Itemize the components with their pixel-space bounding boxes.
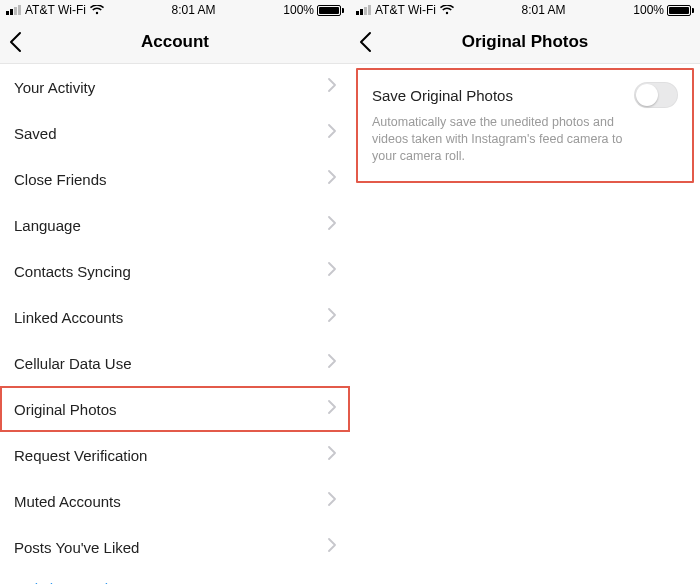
list-item-label: Posts You've Liked (14, 539, 139, 556)
save-original-photos-toggle[interactable] (634, 82, 678, 108)
list-item-cellular-data-use[interactable]: Cellular Data Use (0, 340, 350, 386)
setting-description: Automatically save the unedited photos a… (372, 114, 632, 165)
list-item-your-activity[interactable]: Your Activity (0, 64, 350, 110)
list-item-language[interactable]: Language (0, 202, 350, 248)
chevron-right-icon (328, 78, 336, 96)
list-item-request-verification[interactable]: Request Verification (0, 432, 350, 478)
chevron-right-icon (328, 446, 336, 464)
setting-title: Save Original Photos (372, 87, 513, 104)
list-item-label: Close Friends (14, 171, 107, 188)
carrier-label: AT&T Wi-Fi (375, 3, 436, 17)
list-item-label: Cellular Data Use (14, 355, 132, 372)
chevron-right-icon (328, 400, 336, 418)
account-list: Your ActivitySavedClose FriendsLanguageC… (0, 64, 350, 584)
page-title: Original Photos (462, 32, 589, 52)
clock-label: 8:01 AM (172, 3, 216, 17)
list-item-label: Request Verification (14, 447, 147, 464)
list-item-original-photos[interactable]: Original Photos (0, 386, 350, 432)
list-item-contacts-syncing[interactable]: Contacts Syncing (0, 248, 350, 294)
switch-business-account-link[interactable]: Switch to Business Account (0, 570, 350, 584)
battery-icon (667, 5, 694, 16)
chevron-right-icon (328, 308, 336, 326)
clock-label: 8:01 AM (522, 3, 566, 17)
save-original-photos-row: Save Original Photos Automatically save … (358, 70, 692, 181)
chevron-right-icon (328, 354, 336, 372)
list-item-posts-you-ve-liked[interactable]: Posts You've Liked (0, 524, 350, 570)
list-item-label: Saved (14, 125, 57, 142)
signal-icon (356, 5, 371, 15)
phone-right: AT&T Wi-Fi 8:01 AM 100% Original Photos … (350, 0, 700, 584)
back-button[interactable] (358, 20, 372, 64)
list-item-label: Language (14, 217, 81, 234)
wifi-icon (440, 5, 454, 15)
phone-left: AT&T Wi-Fi 8:01 AM 100% Account Your Act… (0, 0, 350, 584)
battery-icon (317, 5, 344, 16)
toggle-knob (636, 84, 658, 106)
list-item-saved[interactable]: Saved (0, 110, 350, 156)
list-item-close-friends[interactable]: Close Friends (0, 156, 350, 202)
list-item-label: Contacts Syncing (14, 263, 131, 280)
wifi-icon (90, 5, 104, 15)
setting-block-highlight: Save Original Photos Automatically save … (356, 68, 694, 183)
battery-pct: 100% (633, 3, 664, 17)
back-button[interactable] (8, 20, 22, 64)
status-bar: AT&T Wi-Fi 8:01 AM 100% (0, 0, 350, 20)
chevron-right-icon (328, 492, 336, 510)
list-item-label: Linked Accounts (14, 309, 123, 326)
list-item-linked-accounts[interactable]: Linked Accounts (0, 294, 350, 340)
nav-bar: Original Photos (350, 20, 700, 64)
list-item-label: Original Photos (14, 401, 117, 418)
page-title: Account (141, 32, 209, 52)
nav-bar: Account (0, 20, 350, 64)
chevron-right-icon (328, 538, 336, 556)
status-bar: AT&T Wi-Fi 8:01 AM 100% (350, 0, 700, 20)
chevron-right-icon (328, 216, 336, 234)
list-item-muted-accounts[interactable]: Muted Accounts (0, 478, 350, 524)
battery-pct: 100% (283, 3, 314, 17)
signal-icon (6, 5, 21, 15)
list-item-label: Muted Accounts (14, 493, 121, 510)
carrier-label: AT&T Wi-Fi (25, 3, 86, 17)
list-item-label: Your Activity (14, 79, 95, 96)
chevron-right-icon (328, 170, 336, 188)
chevron-right-icon (328, 124, 336, 142)
chevron-right-icon (328, 262, 336, 280)
original-photos-content: Save Original Photos Automatically save … (350, 64, 700, 584)
